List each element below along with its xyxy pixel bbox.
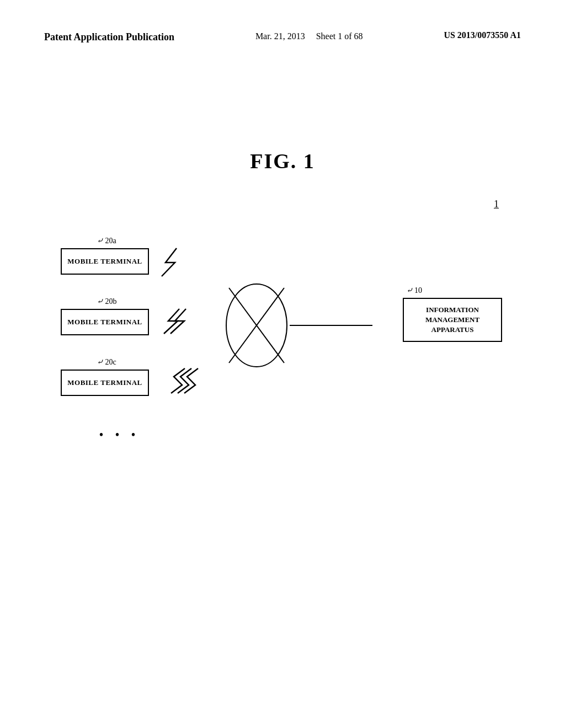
figure-title: FIG. 1 bbox=[0, 149, 565, 173]
sheet-label: Sheet 1 of 68 bbox=[316, 31, 363, 41]
information-management-apparatus: INFORMATIONMANAGEMENT APPARATUS bbox=[403, 298, 502, 342]
publication-label: Patent Application Publication bbox=[44, 30, 174, 44]
date-label: Mar. 21, 2013 bbox=[255, 31, 305, 41]
sheet-info: Mar. 21, 2013 Sheet 1 of 68 bbox=[255, 30, 363, 42]
ellipsis-dots: • • • bbox=[99, 429, 137, 441]
patent-number: US 2013/0073550 A1 bbox=[444, 30, 521, 40]
page-header: Patent Application Publication Mar. 21, … bbox=[0, 30, 565, 44]
system-number-label: 1 bbox=[494, 199, 499, 210]
info-box-label: ⤶ 10 bbox=[406, 286, 423, 295]
diagram-container: ⤶ 20a MOBILE TERMINAL ⤶ 20b MOBILE TERMI… bbox=[44, 215, 519, 447]
